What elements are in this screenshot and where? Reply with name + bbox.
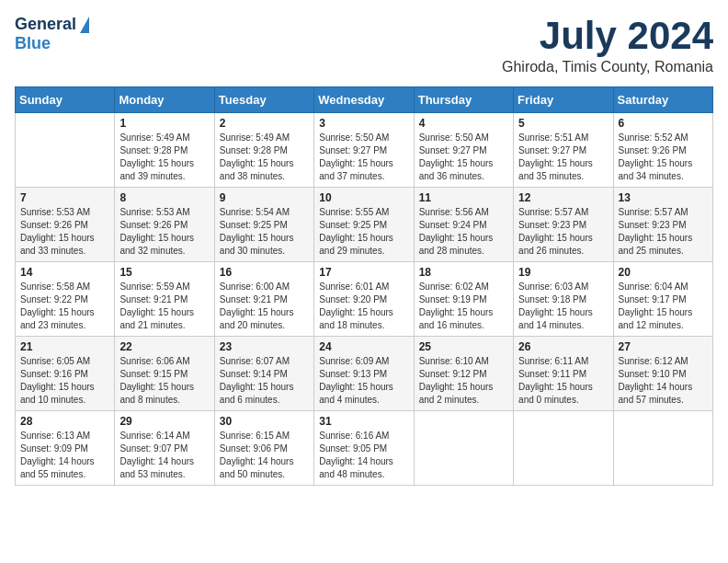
logo-triangle-icon	[80, 17, 89, 33]
day-number: 3	[319, 117, 408, 130]
day-info: Sunrise: 5:59 AMSunset: 9:21 PMDaylight:…	[119, 281, 209, 332]
calendar-week-row: 1Sunrise: 5:49 AMSunset: 9:28 PMDaylight…	[16, 113, 713, 188]
calendar-cell: 7Sunrise: 5:53 AMSunset: 9:26 PMDaylight…	[16, 188, 115, 262]
logo-blue: Blue	[15, 34, 51, 53]
calendar-cell: 5Sunrise: 5:51 AMSunset: 9:27 PMDaylight…	[514, 113, 613, 188]
day-number: 7	[20, 191, 109, 204]
day-number: 20	[619, 266, 708, 279]
day-info: Sunrise: 6:04 AMSunset: 9:17 PMDaylight:…	[619, 281, 708, 332]
day-number: 5	[518, 117, 608, 130]
day-info: Sunrise: 6:12 AMSunset: 9:10 PMDaylight:…	[619, 355, 708, 407]
calendar-day-header: Thursday	[414, 87, 513, 113]
day-number: 11	[419, 191, 508, 204]
day-number: 23	[220, 340, 309, 353]
day-info: Sunrise: 6:03 AMSunset: 9:18 PMDaylight:…	[518, 281, 608, 332]
day-number: 9	[220, 191, 309, 204]
calendar-day-header: Sunday	[16, 87, 115, 113]
day-info: Sunrise: 6:16 AMSunset: 9:05 PMDaylight:…	[319, 430, 408, 481]
calendar-cell: 11Sunrise: 5:56 AMSunset: 9:24 PMDayligh…	[414, 188, 513, 262]
day-info: Sunrise: 5:52 AMSunset: 9:26 PMDaylight:…	[619, 132, 708, 183]
calendar-cell	[514, 411, 613, 486]
calendar-day-header: Saturday	[613, 87, 712, 113]
calendar-cell: 4Sunrise: 5:50 AMSunset: 9:27 PMDaylight…	[414, 113, 513, 188]
day-number: 12	[518, 191, 608, 204]
day-info: Sunrise: 6:01 AMSunset: 9:20 PMDaylight:…	[319, 281, 408, 332]
calendar-header-row: SundayMondayTuesdayWednesdayThursdayFrid…	[16, 87, 713, 113]
day-info: Sunrise: 5:56 AMSunset: 9:24 PMDaylight:…	[419, 206, 508, 258]
day-info: Sunrise: 6:00 AMSunset: 9:21 PMDaylight:…	[220, 281, 309, 332]
calendar-cell: 9Sunrise: 5:54 AMSunset: 9:25 PMDaylight…	[214, 188, 313, 262]
calendar-cell: 19Sunrise: 6:03 AMSunset: 9:18 PMDayligh…	[514, 262, 613, 337]
calendar-cell	[613, 411, 712, 486]
day-info: Sunrise: 5:51 AMSunset: 9:27 PMDaylight:…	[518, 132, 608, 183]
calendar-table: SundayMondayTuesdayWednesdayThursdayFrid…	[15, 86, 713, 486]
calendar-day-header: Tuesday	[214, 87, 313, 113]
day-number: 31	[319, 415, 408, 428]
title-section: July 2024 Ghiroda, Timis County, Romania	[502, 15, 713, 75]
calendar-cell: 2Sunrise: 5:49 AMSunset: 9:28 PMDaylight…	[214, 113, 313, 188]
day-number: 6	[619, 117, 708, 130]
day-info: Sunrise: 6:14 AMSunset: 9:07 PMDaylight:…	[119, 430, 209, 481]
day-number: 8	[119, 191, 209, 204]
calendar-cell: 8Sunrise: 5:53 AMSunset: 9:26 PMDaylight…	[115, 188, 214, 262]
day-info: Sunrise: 6:13 AMSunset: 9:09 PMDaylight:…	[20, 430, 109, 481]
day-number: 17	[319, 266, 408, 279]
calendar-cell: 6Sunrise: 5:52 AMSunset: 9:26 PMDaylight…	[613, 113, 712, 188]
day-number: 28	[20, 415, 109, 428]
day-number: 27	[619, 340, 708, 353]
calendar-cell: 25Sunrise: 6:10 AMSunset: 9:12 PMDayligh…	[414, 337, 513, 411]
day-info: Sunrise: 6:11 AMSunset: 9:11 PMDaylight:…	[518, 355, 608, 407]
calendar-cell: 13Sunrise: 5:57 AMSunset: 9:23 PMDayligh…	[613, 188, 712, 262]
day-info: Sunrise: 5:58 AMSunset: 9:22 PMDaylight:…	[20, 281, 109, 332]
month-title: July 2024	[502, 15, 713, 57]
calendar-cell: 3Sunrise: 5:50 AMSunset: 9:27 PMDaylight…	[314, 113, 414, 188]
day-info: Sunrise: 6:02 AMSunset: 9:19 PMDaylight:…	[419, 281, 508, 332]
day-info: Sunrise: 5:53 AMSunset: 9:26 PMDaylight:…	[119, 206, 209, 258]
calendar-day-header: Monday	[115, 87, 214, 113]
day-number: 15	[119, 266, 209, 279]
day-number: 26	[518, 340, 608, 353]
calendar-cell: 16Sunrise: 6:00 AMSunset: 9:21 PMDayligh…	[214, 262, 313, 337]
day-info: Sunrise: 5:57 AMSunset: 9:23 PMDaylight:…	[518, 206, 608, 258]
calendar-cell: 30Sunrise: 6:15 AMSunset: 9:06 PMDayligh…	[214, 411, 313, 486]
calendar-cell: 23Sunrise: 6:07 AMSunset: 9:14 PMDayligh…	[214, 337, 313, 411]
logo: General Blue	[15, 15, 89, 53]
calendar-cell: 28Sunrise: 6:13 AMSunset: 9:09 PMDayligh…	[16, 411, 115, 486]
calendar-week-row: 28Sunrise: 6:13 AMSunset: 9:09 PMDayligh…	[16, 411, 713, 486]
logo-general: General	[15, 15, 76, 34]
day-info: Sunrise: 5:49 AMSunset: 9:28 PMDaylight:…	[119, 132, 209, 183]
day-number: 30	[220, 415, 309, 428]
day-info: Sunrise: 5:50 AMSunset: 9:27 PMDaylight:…	[419, 132, 508, 183]
day-number: 1	[119, 117, 209, 130]
calendar-cell: 15Sunrise: 5:59 AMSunset: 9:21 PMDayligh…	[115, 262, 214, 337]
calendar-cell: 27Sunrise: 6:12 AMSunset: 9:10 PMDayligh…	[613, 337, 712, 411]
day-info: Sunrise: 5:57 AMSunset: 9:23 PMDaylight:…	[619, 206, 708, 258]
calendar-cell: 21Sunrise: 6:05 AMSunset: 9:16 PMDayligh…	[16, 337, 115, 411]
calendar-cell: 17Sunrise: 6:01 AMSunset: 9:20 PMDayligh…	[314, 262, 414, 337]
day-number: 14	[20, 266, 109, 279]
day-number: 16	[220, 266, 309, 279]
day-number: 19	[518, 266, 608, 279]
calendar-cell: 31Sunrise: 6:16 AMSunset: 9:05 PMDayligh…	[314, 411, 414, 486]
calendar-cell: 10Sunrise: 5:55 AMSunset: 9:25 PMDayligh…	[314, 188, 414, 262]
day-number: 10	[319, 191, 408, 204]
day-info: Sunrise: 5:54 AMSunset: 9:25 PMDaylight:…	[220, 206, 309, 258]
calendar-cell: 12Sunrise: 5:57 AMSunset: 9:23 PMDayligh…	[514, 188, 613, 262]
day-info: Sunrise: 6:05 AMSunset: 9:16 PMDaylight:…	[20, 355, 109, 407]
day-info: Sunrise: 6:09 AMSunset: 9:13 PMDaylight:…	[319, 355, 408, 407]
calendar-cell: 18Sunrise: 6:02 AMSunset: 9:19 PMDayligh…	[414, 262, 513, 337]
day-number: 24	[319, 340, 408, 353]
calendar-cell	[16, 113, 115, 188]
calendar-cell	[414, 411, 513, 486]
day-number: 21	[20, 340, 109, 353]
day-number: 4	[419, 117, 508, 130]
calendar-week-row: 21Sunrise: 6:05 AMSunset: 9:16 PMDayligh…	[16, 337, 713, 411]
calendar-cell: 14Sunrise: 5:58 AMSunset: 9:22 PMDayligh…	[16, 262, 115, 337]
calendar-cell: 20Sunrise: 6:04 AMSunset: 9:17 PMDayligh…	[613, 262, 712, 337]
calendar-week-row: 14Sunrise: 5:58 AMSunset: 9:22 PMDayligh…	[16, 262, 713, 337]
day-number: 25	[419, 340, 508, 353]
day-info: Sunrise: 6:10 AMSunset: 9:12 PMDaylight:…	[419, 355, 508, 407]
calendar-day-header: Wednesday	[314, 87, 414, 113]
calendar-cell: 24Sunrise: 6:09 AMSunset: 9:13 PMDayligh…	[314, 337, 414, 411]
calendar-cell: 22Sunrise: 6:06 AMSunset: 9:15 PMDayligh…	[115, 337, 214, 411]
